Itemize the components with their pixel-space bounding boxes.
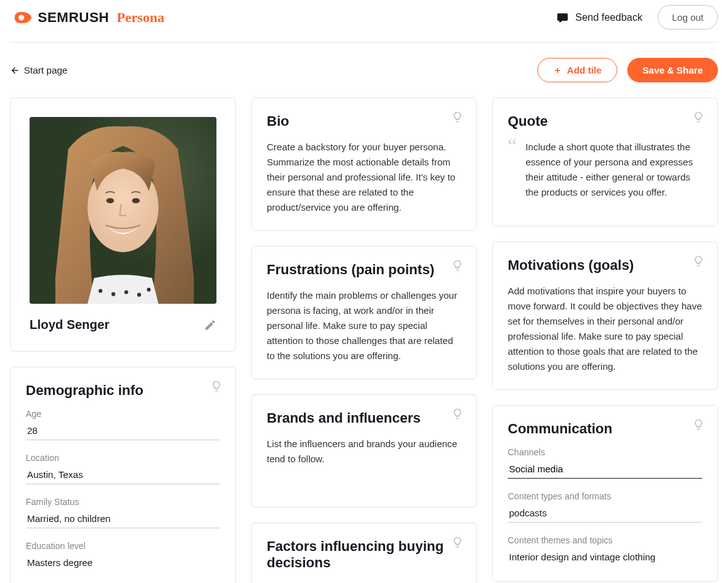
content-types-label: Content types and formats [508, 491, 702, 501]
content-types-value[interactable]: podcasts [508, 505, 702, 523]
education-label: Education level [26, 541, 220, 551]
profile-tile: Lloyd Senger [10, 97, 236, 352]
send-feedback-button[interactable]: Send feedback [556, 11, 642, 24]
svg-point-6 [137, 293, 141, 297]
chat-icon [556, 11, 569, 24]
avatar[interactable] [30, 117, 216, 304]
age-label: Age [26, 409, 220, 419]
motivations-title: Motivations (goals) [508, 257, 702, 274]
factors-title: Factors influencing buying decisions [267, 538, 461, 571]
feedback-label: Send feedback [575, 12, 642, 23]
demographic-tile: Demographic info Age 28 Location Austin,… [10, 367, 236, 583]
lightbulb-icon[interactable] [210, 380, 223, 392]
themes-label: Content themes and topics [508, 535, 702, 545]
brand-main-text: SEMRUSH [38, 9, 109, 26]
family-label: Family Status [26, 497, 220, 507]
flame-icon [10, 9, 33, 26]
demographic-title: Demographic info [26, 382, 220, 399]
lightbulb-icon[interactable] [451, 408, 464, 420]
plus-icon [553, 66, 562, 75]
bio-body[interactable]: Create a backstory for your buyer person… [267, 140, 461, 215]
tiles-grid: Lloyd Senger Demographic info Age 28 Loc [10, 97, 718, 583]
brands-title: Brands and influencers [267, 410, 461, 426]
add-tile-button[interactable]: Add tile [537, 58, 617, 82]
age-value[interactable]: 28 [26, 423, 220, 440]
svg-point-8 [106, 198, 114, 203]
add-tile-label: Add tile [567, 65, 602, 75]
bio-tile: Bio Create a backstory for your buyer pe… [251, 97, 477, 231]
bio-title: Bio [267, 113, 461, 130]
svg-point-9 [132, 198, 140, 203]
brands-tile: Brands and influencers List the influenc… [251, 394, 477, 508]
lightbulb-icon[interactable] [451, 259, 464, 272]
frustrations-tile: Frustrations (pain points) Identify the … [251, 246, 477, 379]
edit-icon[interactable] [204, 319, 216, 331]
arrow-left-icon [10, 65, 20, 75]
lightbulb-icon[interactable] [451, 111, 464, 123]
svg-point-0 [20, 16, 23, 19]
channels-label: Channels [508, 447, 702, 457]
motivations-tile: Motivations (goals) Add motivations that… [492, 242, 718, 390]
lightbulb-icon[interactable] [451, 536, 464, 548]
communication-title: Communication [508, 421, 702, 437]
start-page-label: Start page [24, 65, 67, 75]
location-value[interactable]: Austin, Texas [26, 467, 220, 484]
motivations-body[interactable]: Add motivations that inspire your buyers… [508, 284, 702, 374]
lightbulb-icon[interactable] [692, 111, 705, 123]
quote-mark-icon: “ [508, 140, 517, 200]
quote-body[interactable]: Include a short quote that illustrates t… [525, 140, 702, 200]
lightbulb-icon[interactable] [692, 255, 705, 267]
save-share-button[interactable]: Save & Share [627, 58, 718, 82]
factors-tile: Factors influencing buying decisions [251, 523, 477, 583]
communication-tile: Communication Channels Content types and… [492, 405, 718, 582]
frustrations-title: Frustrations (pain points) [267, 262, 461, 278]
themes-value[interactable]: Interior design and vintage clothing [508, 549, 702, 566]
header: SEMRUSH Persona Send feedback Log out [10, 0, 718, 43]
logo[interactable]: SEMRUSH Persona [10, 9, 164, 26]
persona-name: Lloyd Senger [30, 318, 109, 332]
svg-point-4 [111, 292, 115, 296]
subheader: Start page Add tile Save & Share [10, 43, 718, 97]
family-value[interactable]: Married, no children [26, 511, 220, 528]
quote-title: Quote [508, 113, 702, 130]
svg-point-5 [125, 290, 128, 294]
svg-point-3 [99, 289, 103, 292]
channels-input[interactable] [508, 461, 702, 479]
svg-point-7 [147, 287, 150, 291]
brands-body[interactable]: List the influencers and brands your aud… [267, 436, 461, 467]
logout-button[interactable]: Log out [658, 5, 718, 30]
lightbulb-icon[interactable] [692, 418, 705, 431]
location-label: Location [26, 453, 220, 463]
frustrations-body[interactable]: Identify the main problems or challenges… [267, 288, 461, 364]
brand-sub-text: Persona [117, 9, 165, 26]
education-value[interactable]: Masters degree [26, 555, 220, 572]
start-page-link[interactable]: Start page [10, 65, 67, 75]
quote-tile: Quote “ Include a short quote that illus… [492, 97, 718, 226]
